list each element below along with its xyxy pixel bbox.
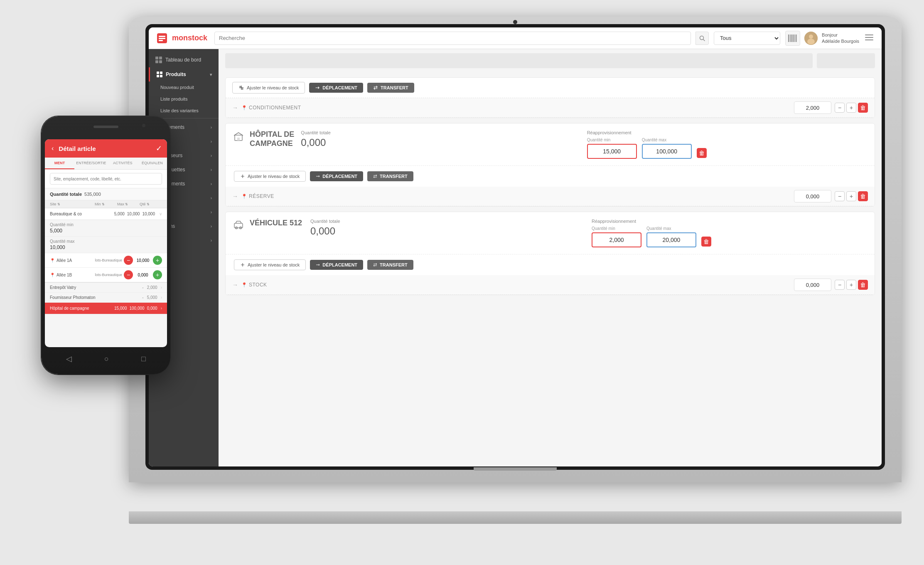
mobile-confirm-btn[interactable]: ✓ bbox=[156, 144, 162, 153]
vehicule-qty-min-input[interactable] bbox=[592, 232, 641, 247]
laptop-camera bbox=[513, 20, 517, 24]
mobile-shell: ‹ Détail article ✓ MENT ENTRÉE/SORTIE AC… bbox=[42, 116, 170, 374]
reserve-qty-input[interactable] bbox=[794, 190, 831, 202]
bureautique-row[interactable]: Bureautique & co 5,000 10,000 10,000 ∨ bbox=[45, 208, 167, 220]
vehicule-qty: Quantité totale 0,000 bbox=[310, 219, 585, 237]
mobile-tab-equivalents[interactable]: ÉQUIVALEN bbox=[138, 158, 167, 169]
sidebar-item-product-list[interactable]: Liste produits bbox=[149, 93, 219, 105]
mobile-tab-activites[interactable]: ACTIVITÉS bbox=[108, 158, 138, 169]
allee-1a-row[interactable]: 📍 Allée 1A lots-Bureautique − 10,000 + bbox=[45, 253, 167, 268]
reserve-delete-btn[interactable]: 🗑 bbox=[858, 191, 868, 201]
conditionnement-qty-input[interactable] bbox=[794, 101, 831, 114]
barcode-icon[interactable] bbox=[785, 31, 800, 46]
reserve-plus-btn[interactable]: + bbox=[846, 191, 856, 201]
deplacement-btn-1[interactable]: DÉPLACEMENT bbox=[309, 83, 363, 93]
user-avatar[interactable] bbox=[804, 32, 818, 45]
chevron-right-icon8: › bbox=[211, 224, 212, 229]
mobile-tab-mouvement[interactable]: MENT bbox=[45, 158, 74, 169]
hopital-deplacement-btn[interactable]: DÉPLACEMENT bbox=[310, 171, 363, 181]
chevron-right-icon3: › bbox=[211, 153, 212, 158]
entrepot-chevron: › bbox=[161, 285, 162, 290]
mobile-tab-entree-sortie[interactable]: ENTRÉE/SORTIE bbox=[74, 158, 108, 169]
svg-rect-7 bbox=[790, 35, 790, 42]
sidebar-item-products[interactable]: Produits ▾ bbox=[149, 67, 219, 81]
search-input[interactable] bbox=[214, 32, 691, 45]
qty-plus-btn-1[interactable]: + bbox=[846, 103, 856, 113]
svg-rect-8 bbox=[791, 35, 791, 42]
nav-recents-btn[interactable]: □ bbox=[141, 355, 146, 363]
hopital-transfert-btn[interactable]: TRANSFERT bbox=[367, 171, 413, 181]
qty-delete-btn-1[interactable]: 🗑 bbox=[858, 103, 868, 113]
svg-rect-16 bbox=[865, 35, 873, 35]
filter-select[interactable]: Tous bbox=[714, 32, 780, 45]
mobile-header: ‹ Détail article ✓ bbox=[45, 139, 167, 158]
laptop-hinge bbox=[474, 467, 557, 471]
sort-icon: ⇅ bbox=[57, 202, 60, 206]
search-button[interactable] bbox=[695, 32, 709, 45]
fournisseur-photomaton-row[interactable]: Fournisseur Photomaton - 5,000 › bbox=[45, 293, 167, 303]
hamburger-menu-icon[interactable] bbox=[863, 33, 875, 44]
hopital-reappr-row: Quantité min Quantité max bbox=[587, 138, 866, 159]
allee-1b-plus[interactable]: + bbox=[153, 270, 162, 279]
stock-delete-btn[interactable]: 🗑 bbox=[858, 280, 868, 290]
hopital-qty-min: Quantité min bbox=[587, 138, 637, 159]
allee-1b-row[interactable]: 📍 Allée 1B lots-Bureautique − 0,000 + bbox=[45, 268, 167, 282]
svg-rect-18 bbox=[865, 39, 873, 40]
vehicule-transfert-btn[interactable]: TRANSFERT bbox=[367, 260, 413, 270]
move-icon-3 bbox=[316, 263, 320, 267]
hopital-adjust-btn[interactable]: Ajuster le niveau de stock bbox=[234, 171, 306, 182]
mobile-search-input[interactable] bbox=[50, 173, 162, 185]
reserve-minus-btn[interactable]: − bbox=[835, 191, 845, 201]
mobile-app: ‹ Détail article ✓ MENT ENTRÉE/SORTIE AC… bbox=[45, 139, 167, 347]
qty-minus-btn-1[interactable]: − bbox=[835, 103, 845, 113]
svg-rect-24 bbox=[160, 72, 162, 74]
vehicule-adjust-btn[interactable]: Ajuster le niveau de stock bbox=[234, 259, 306, 270]
mobile-screen: ‹ Détail article ✓ MENT ENTRÉE/SORTIE AC… bbox=[45, 139, 167, 347]
conditionnement-row: → 📍 CONDITIONNEMENT − + 🗑 bbox=[226, 98, 875, 118]
hopital-campagne-site: Hôpital de campagne bbox=[50, 306, 114, 311]
allee-1a-plus[interactable]: + bbox=[153, 256, 162, 265]
vehicule-title: VÉHICULE 512 bbox=[250, 219, 304, 227]
vehicule-qty-max: Quantité max bbox=[646, 226, 696, 247]
allee-1a-minus[interactable]: − bbox=[124, 256, 133, 265]
vehicule-deplacement-btn[interactable]: DÉPLACEMENT bbox=[310, 260, 363, 270]
sidebar-item-variants[interactable]: Liste des variantes bbox=[149, 105, 219, 116]
mobile-back-btn[interactable]: ‹ bbox=[50, 143, 55, 154]
stock-plus-btn[interactable]: + bbox=[846, 280, 856, 290]
transfert-btn-1[interactable]: TRANSFERT bbox=[367, 83, 414, 93]
stock-minus-btn[interactable]: − bbox=[835, 280, 845, 290]
hopital-chevron: › bbox=[161, 306, 162, 311]
vehicule-header: VÉHICULE 512 Quantité totale 0,000 Réapp… bbox=[226, 212, 875, 254]
dashboard-icon bbox=[155, 57, 162, 63]
sidebar-item-new-product[interactable]: Nouveau produit bbox=[149, 81, 219, 93]
arrow-icon: → bbox=[232, 104, 238, 111]
laptop-screen-bezel: monstock Tous bbox=[145, 24, 885, 470]
vehicule-delete-btn[interactable]: 🗑 bbox=[701, 237, 711, 247]
sort-icon-qte: ⇅ bbox=[147, 202, 150, 206]
pin-icon-mobile-2: 📍 bbox=[50, 273, 55, 277]
fournisseur-chevron: › bbox=[161, 295, 162, 300]
hopital-reappr: Réapprovisionnement Quantité min bbox=[587, 130, 866, 159]
nav-back-btn[interactable]: ◁ bbox=[66, 354, 72, 363]
stock-qty-input[interactable] bbox=[794, 279, 831, 291]
hopital-qty-max: Quantité max bbox=[642, 138, 692, 159]
hopital-delete-btn[interactable]: 🗑 bbox=[697, 148, 707, 158]
svg-point-15 bbox=[807, 39, 815, 44]
mobile-body: ‹ Détail article ✓ MENT ENTRÉE/SORTIE AC… bbox=[42, 116, 170, 374]
svg-rect-23 bbox=[157, 72, 159, 74]
entrepot-vatry-row[interactable]: Entrepôt Vatry - 2,000 › bbox=[45, 283, 167, 293]
svg-rect-3 bbox=[159, 40, 163, 41]
nav-home-btn[interactable]: ○ bbox=[104, 355, 109, 363]
hopital-qty-min-input[interactable] bbox=[587, 144, 637, 159]
adjust-stock-btn-1[interactable]: Ajuster le niveau de stock bbox=[232, 82, 305, 94]
sidebar-item-dashboard[interactable]: Tableau de bord bbox=[149, 52, 219, 67]
hopital-qty-max-input[interactable] bbox=[642, 144, 692, 159]
fournisseur-right: - 5,000 › bbox=[142, 295, 162, 300]
svg-rect-19 bbox=[155, 57, 158, 59]
hopital-campagne-row[interactable]: Hôpital de campagne 15,000 100,000 0,000… bbox=[45, 303, 167, 314]
allee-1b-minus[interactable]: − bbox=[124, 270, 133, 279]
vehicule-qty-max-input[interactable] bbox=[646, 232, 696, 247]
building-icon bbox=[234, 132, 243, 143]
transfer-icon-2 bbox=[373, 174, 377, 178]
reserve-row: → 📍 RÉSERVE − + 🗑 bbox=[226, 187, 875, 206]
